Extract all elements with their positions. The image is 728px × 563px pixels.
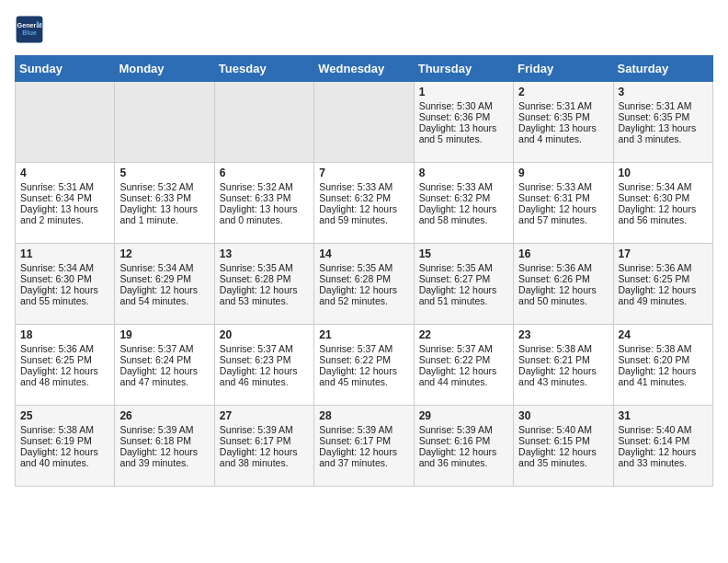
day-cell: 23Sunrise: 5:38 AM Sunset: 6:21 PM Dayli… <box>514 325 613 406</box>
day-info: Sunrise: 5:32 AM Sunset: 6:33 PM Dayligh… <box>119 181 198 225</box>
calendar-header-row: SundayMondayTuesdayWednesdayThursdayFrid… <box>16 56 713 82</box>
col-header-monday: Monday <box>115 56 214 82</box>
day-number: 8 <box>419 167 508 179</box>
week-row-3: 11Sunrise: 5:34 AM Sunset: 6:30 PM Dayli… <box>16 244 713 325</box>
day-number: 4 <box>20 167 109 179</box>
day-cell: 11Sunrise: 5:34 AM Sunset: 6:30 PM Dayli… <box>16 244 115 325</box>
day-cell: 16Sunrise: 5:36 AM Sunset: 6:26 PM Dayli… <box>514 244 613 325</box>
week-row-5: 25Sunrise: 5:38 AM Sunset: 6:19 PM Dayli… <box>16 406 713 487</box>
col-header-sunday: Sunday <box>16 56 115 82</box>
day-number: 31 <box>619 409 708 422</box>
day-cell: 30Sunrise: 5:40 AM Sunset: 6:15 PM Dayli… <box>514 406 613 487</box>
logo: General Blue <box>15 15 44 44</box>
day-info: Sunrise: 5:38 AM Sunset: 6:19 PM Dayligh… <box>20 424 98 468</box>
day-info: Sunrise: 5:33 AM Sunset: 6:32 PM Dayligh… <box>319 181 397 225</box>
day-cell: 13Sunrise: 5:35 AM Sunset: 6:28 PM Dayli… <box>214 244 313 325</box>
day-cell <box>115 82 214 163</box>
day-number: 2 <box>518 86 608 98</box>
day-info: Sunrise: 5:40 AM Sunset: 6:14 PM Dayligh… <box>619 424 697 468</box>
day-number: 27 <box>220 409 309 422</box>
day-info: Sunrise: 5:39 AM Sunset: 6:17 PM Dayligh… <box>319 424 397 468</box>
day-number: 7 <box>319 167 408 179</box>
day-info: Sunrise: 5:31 AM Sunset: 6:35 PM Dayligh… <box>518 100 597 144</box>
day-info: Sunrise: 5:34 AM Sunset: 6:30 PM Dayligh… <box>20 262 98 306</box>
day-info: Sunrise: 5:39 AM Sunset: 6:16 PM Dayligh… <box>419 424 497 468</box>
day-cell: 27Sunrise: 5:39 AM Sunset: 6:17 PM Dayli… <box>214 406 313 487</box>
day-number: 13 <box>220 247 309 260</box>
day-cell: 9Sunrise: 5:33 AM Sunset: 6:31 PM Daylig… <box>514 163 613 244</box>
day-cell: 3Sunrise: 5:31 AM Sunset: 6:35 PM Daylig… <box>613 82 712 163</box>
day-cell: 22Sunrise: 5:37 AM Sunset: 6:22 PM Dayli… <box>414 325 513 406</box>
calendar-body: 1Sunrise: 5:30 AM Sunset: 6:36 PM Daylig… <box>16 82 713 487</box>
day-cell: 28Sunrise: 5:39 AM Sunset: 6:17 PM Dayli… <box>314 406 414 487</box>
day-number: 6 <box>220 167 309 179</box>
col-header-saturday: Saturday <box>613 56 712 82</box>
day-info: Sunrise: 5:35 AM Sunset: 6:28 PM Dayligh… <box>220 262 298 306</box>
day-cell: 31Sunrise: 5:40 AM Sunset: 6:14 PM Dayli… <box>613 406 712 487</box>
day-number: 25 <box>20 409 109 422</box>
day-number: 1 <box>419 86 508 98</box>
logo-icon: General Blue <box>15 15 44 44</box>
day-info: Sunrise: 5:31 AM Sunset: 6:35 PM Dayligh… <box>619 100 697 144</box>
day-number: 18 <box>20 328 109 341</box>
day-cell: 2Sunrise: 5:31 AM Sunset: 6:35 PM Daylig… <box>514 82 613 163</box>
day-cell <box>314 82 414 163</box>
day-cell: 21Sunrise: 5:37 AM Sunset: 6:22 PM Dayli… <box>314 325 414 406</box>
day-cell: 14Sunrise: 5:35 AM Sunset: 6:28 PM Dayli… <box>314 244 414 325</box>
day-cell: 17Sunrise: 5:36 AM Sunset: 6:25 PM Dayli… <box>613 244 712 325</box>
day-info: Sunrise: 5:30 AM Sunset: 6:36 PM Dayligh… <box>419 100 497 144</box>
day-number: 30 <box>518 409 608 422</box>
day-info: Sunrise: 5:39 AM Sunset: 6:18 PM Dayligh… <box>119 424 198 468</box>
day-info: Sunrise: 5:33 AM Sunset: 6:31 PM Dayligh… <box>518 181 597 225</box>
day-number: 29 <box>419 409 508 422</box>
day-cell: 10Sunrise: 5:34 AM Sunset: 6:30 PM Dayli… <box>613 163 712 244</box>
day-info: Sunrise: 5:37 AM Sunset: 6:22 PM Dayligh… <box>319 343 397 387</box>
day-cell: 25Sunrise: 5:38 AM Sunset: 6:19 PM Dayli… <box>16 406 115 487</box>
day-info: Sunrise: 5:36 AM Sunset: 6:26 PM Dayligh… <box>518 262 597 306</box>
day-cell: 20Sunrise: 5:37 AM Sunset: 6:23 PM Dayli… <box>214 325 313 406</box>
day-cell: 6Sunrise: 5:32 AM Sunset: 6:33 PM Daylig… <box>214 163 313 244</box>
day-cell: 29Sunrise: 5:39 AM Sunset: 6:16 PM Dayli… <box>414 406 513 487</box>
day-cell: 7Sunrise: 5:33 AM Sunset: 6:32 PM Daylig… <box>314 163 414 244</box>
day-number: 10 <box>619 167 708 179</box>
day-number: 28 <box>319 409 408 422</box>
day-number: 14 <box>319 247 408 260</box>
day-number: 17 <box>619 247 708 260</box>
day-cell: 12Sunrise: 5:34 AM Sunset: 6:29 PM Dayli… <box>115 244 214 325</box>
day-number: 15 <box>419 247 508 260</box>
day-number: 26 <box>119 409 209 422</box>
day-number: 9 <box>518 167 608 179</box>
week-row-4: 18Sunrise: 5:36 AM Sunset: 6:25 PM Dayli… <box>16 325 713 406</box>
day-number: 3 <box>619 86 708 98</box>
day-cell: 26Sunrise: 5:39 AM Sunset: 6:18 PM Dayli… <box>115 406 214 487</box>
day-info: Sunrise: 5:31 AM Sunset: 6:34 PM Dayligh… <box>20 181 98 225</box>
day-number: 24 <box>619 328 708 341</box>
col-header-wednesday: Wednesday <box>314 56 414 82</box>
day-info: Sunrise: 5:32 AM Sunset: 6:33 PM Dayligh… <box>220 181 298 225</box>
week-row-1: 1Sunrise: 5:30 AM Sunset: 6:36 PM Daylig… <box>16 82 713 163</box>
day-info: Sunrise: 5:33 AM Sunset: 6:32 PM Dayligh… <box>419 181 497 225</box>
col-header-thursday: Thursday <box>414 56 513 82</box>
day-number: 22 <box>419 328 508 341</box>
day-number: 20 <box>220 328 309 341</box>
day-number: 16 <box>518 247 608 260</box>
day-info: Sunrise: 5:38 AM Sunset: 6:20 PM Dayligh… <box>619 343 697 387</box>
day-info: Sunrise: 5:35 AM Sunset: 6:27 PM Dayligh… <box>419 262 497 306</box>
day-number: 12 <box>119 247 209 260</box>
day-number: 5 <box>119 167 209 179</box>
day-info: Sunrise: 5:37 AM Sunset: 6:22 PM Dayligh… <box>419 343 497 387</box>
svg-text:Blue: Blue <box>22 29 37 37</box>
day-info: Sunrise: 5:34 AM Sunset: 6:29 PM Dayligh… <box>119 262 198 306</box>
day-info: Sunrise: 5:39 AM Sunset: 6:17 PM Dayligh… <box>220 424 298 468</box>
day-cell: 18Sunrise: 5:36 AM Sunset: 6:25 PM Dayli… <box>16 325 115 406</box>
day-cell <box>16 82 115 163</box>
day-info: Sunrise: 5:36 AM Sunset: 6:25 PM Dayligh… <box>619 262 697 306</box>
day-number: 23 <box>518 328 608 341</box>
day-info: Sunrise: 5:37 AM Sunset: 6:24 PM Dayligh… <box>119 343 198 387</box>
day-info: Sunrise: 5:37 AM Sunset: 6:23 PM Dayligh… <box>220 343 298 387</box>
day-number: 11 <box>20 247 109 260</box>
day-info: Sunrise: 5:34 AM Sunset: 6:30 PM Dayligh… <box>619 181 697 225</box>
day-cell: 1Sunrise: 5:30 AM Sunset: 6:36 PM Daylig… <box>414 82 513 163</box>
day-number: 19 <box>119 328 209 341</box>
day-cell: 19Sunrise: 5:37 AM Sunset: 6:24 PM Dayli… <box>115 325 214 406</box>
